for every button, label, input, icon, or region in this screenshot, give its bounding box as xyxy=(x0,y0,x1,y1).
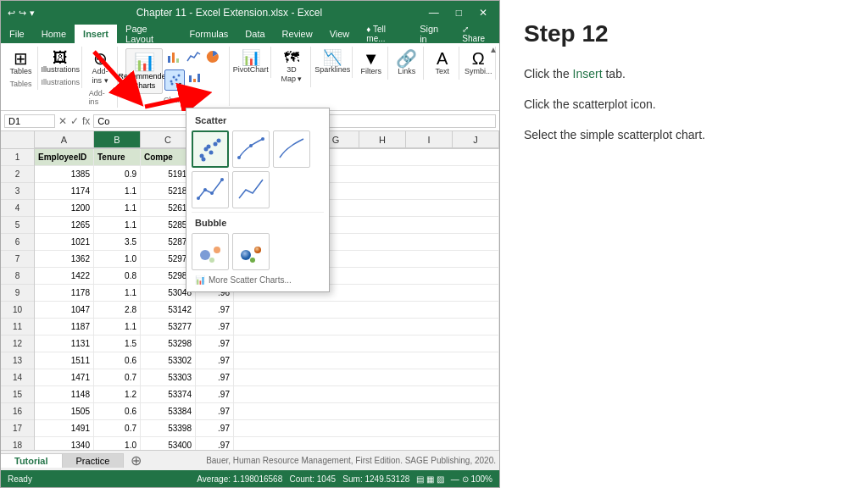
recommended-charts-label: RecommendedCharts xyxy=(119,72,170,91)
illustrations-label: Illustrations xyxy=(42,65,81,75)
tab-sign-in[interactable]: Sign in xyxy=(411,25,453,43)
scatter-smooth-lines-markers-option[interactable] xyxy=(232,130,270,168)
undo-icon[interactable]: ↩ xyxy=(8,8,15,19)
illustrations-items: 🖼 Illustrations xyxy=(38,48,84,76)
ribbon-group-illustrations: 🖼 Illustrations Illustrations xyxy=(40,47,82,88)
bubble-3d-icon xyxy=(236,236,266,267)
pie-chart-button[interactable] xyxy=(203,48,222,68)
maximize-button[interactable]: □ xyxy=(451,7,467,19)
col-header-a[interactable]: A xyxy=(35,131,94,148)
ribbon-group-charts: 📊 RecommendedCharts xyxy=(120,47,230,106)
scatter-chart-button[interactable]: ▾ xyxy=(164,69,185,91)
instruction-1-prefix: Click the xyxy=(524,67,573,80)
ribbon-collapse-button[interactable]: ▲ xyxy=(489,45,498,54)
cell-empid-2[interactable]: 1385 xyxy=(35,166,94,182)
recommended-charts-icon: 📊 xyxy=(134,52,155,72)
tab-file[interactable]: File xyxy=(1,25,33,43)
row-num-13: 13 xyxy=(1,352,34,369)
tab-review[interactable]: Review xyxy=(274,25,321,43)
row-num-16: 16 xyxy=(1,403,34,420)
svg-point-31 xyxy=(250,258,255,263)
pivotchart-button[interactable]: 📊 PivotChart xyxy=(230,48,272,76)
scatter-simple-option[interactable] xyxy=(192,130,229,168)
row-num-14: 14 xyxy=(1,369,34,386)
scatter-straight-lines-option[interactable] xyxy=(232,171,270,208)
tab-tell-me[interactable]: ♦ Tell me... xyxy=(358,25,411,43)
minimize-button[interactable]: — xyxy=(424,7,444,19)
illustrations-button[interactable]: 🖼 Illustrations xyxy=(38,48,84,76)
recommended-charts-button[interactable]: 📊 RecommendedCharts xyxy=(125,48,163,94)
3dmap-button[interactable]: 🗺 3D Map ▾ xyxy=(276,48,307,86)
svg-point-15 xyxy=(214,142,218,147)
row-num-12: 12 xyxy=(1,336,34,352)
quick-access-toolbar: ↩ ↪ ▾ xyxy=(8,8,35,19)
svg-point-28 xyxy=(209,258,214,263)
bubble-option[interactable] xyxy=(192,233,229,270)
instruction-2: Click the scatterplot icon. xyxy=(524,95,844,115)
line-chart-icon xyxy=(186,49,201,64)
status-view-icons[interactable]: ▤ ▦ ▨ xyxy=(416,474,444,484)
waterfall-chart-button[interactable] xyxy=(186,69,204,91)
sheet-tab-tutorial[interactable]: Tutorial xyxy=(1,453,63,468)
bubble-3d-option[interactable] xyxy=(232,233,270,270)
sparklines-button[interactable]: 📉 Sparklines xyxy=(311,48,353,76)
row-num-6: 6 xyxy=(1,234,34,251)
confirm-formula-icon[interactable]: ✓ xyxy=(70,115,79,127)
insert-function-icon[interactable]: fx xyxy=(82,115,90,127)
cell-tenure-2[interactable]: 0.9 xyxy=(94,166,141,182)
links-label: Links xyxy=(398,67,415,76)
ribbon-group-text: A Text xyxy=(426,47,459,80)
col-header-h[interactable]: H xyxy=(359,131,406,148)
text-button[interactable]: A Text xyxy=(427,48,458,78)
svg-point-29 xyxy=(241,250,251,260)
tables-button[interactable]: ⊞ Tables xyxy=(6,48,36,78)
addins-group-label: Add-ins xyxy=(89,87,112,106)
tab-page-layout[interactable]: Page Layout xyxy=(117,25,181,43)
cell-reference-input[interactable] xyxy=(4,114,55,128)
more-scatter-charts-label: More Scatter Charts... xyxy=(209,275,292,285)
illustrations-group-label: Illustrations xyxy=(42,76,81,86)
scatter-chart-icon: ▾ xyxy=(167,71,182,86)
filters-button[interactable]: ▼ Filters xyxy=(356,48,387,78)
tab-insert[interactable]: Insert xyxy=(75,25,117,43)
add-sheet-button[interactable]: ⊕ xyxy=(124,452,148,469)
header-employeeid[interactable]: EmployeeID xyxy=(35,149,94,165)
tab-share[interactable]: ⤢ Share xyxy=(453,25,499,43)
insert-link[interactable]: Insert xyxy=(573,67,603,80)
more-scatter-charts-link[interactable]: 📊 More Scatter Charts... xyxy=(192,274,324,286)
illustrations-icon: 🖼 xyxy=(53,50,68,65)
scatter-smooth-lines-option[interactable] xyxy=(273,130,310,168)
cancel-formula-icon[interactable]: ✕ xyxy=(58,115,67,127)
close-button[interactable]: ✕ xyxy=(474,7,492,19)
filters-icon: ▼ xyxy=(363,50,380,67)
links-button[interactable]: 🔗 Links xyxy=(392,48,422,78)
addins-button[interactable]: ⊕ Add-ins ▾ xyxy=(85,48,115,87)
column-chart-button[interactable] xyxy=(164,48,183,68)
status-zoom[interactable]: — ⊙ 100% xyxy=(451,474,492,484)
svg-rect-1 xyxy=(172,53,175,63)
header-tenure[interactable]: Tenure xyxy=(94,149,141,165)
ribbon-group-filters: ▼ Filters xyxy=(354,47,388,80)
tab-view[interactable]: View xyxy=(321,25,359,43)
row-num-8: 8 xyxy=(1,268,34,285)
col-header-i[interactable]: I xyxy=(406,131,453,148)
symbols-icon: Ω xyxy=(472,50,485,67)
svg-rect-10 xyxy=(193,79,196,82)
sparklines-icon: 📉 xyxy=(323,50,342,65)
scatter-smooth-lines-markers-icon xyxy=(236,134,266,164)
ribbon-group-links: 🔗 Links xyxy=(390,47,424,80)
formula-icons: ✕ ✓ fx xyxy=(58,115,90,127)
sheet-tab-practice[interactable]: Practice xyxy=(63,453,125,468)
tab-home[interactable]: Home xyxy=(33,25,75,43)
table-row: 15110.653302.97 xyxy=(35,352,499,369)
tab-data[interactable]: Data xyxy=(236,25,273,43)
text-label: Text xyxy=(436,67,450,76)
redo-icon[interactable]: ↪ xyxy=(19,8,26,19)
table-row: 13401.053400.97 xyxy=(35,437,499,450)
line-chart-button[interactable] xyxy=(184,48,203,68)
tab-formulas[interactable]: Formulas xyxy=(181,25,237,43)
col-header-j[interactable]: J xyxy=(453,131,499,148)
svg-point-22 xyxy=(197,197,200,200)
col-header-b[interactable]: B xyxy=(94,131,141,148)
scatter-straight-lines-markers-option[interactable] xyxy=(192,171,229,208)
